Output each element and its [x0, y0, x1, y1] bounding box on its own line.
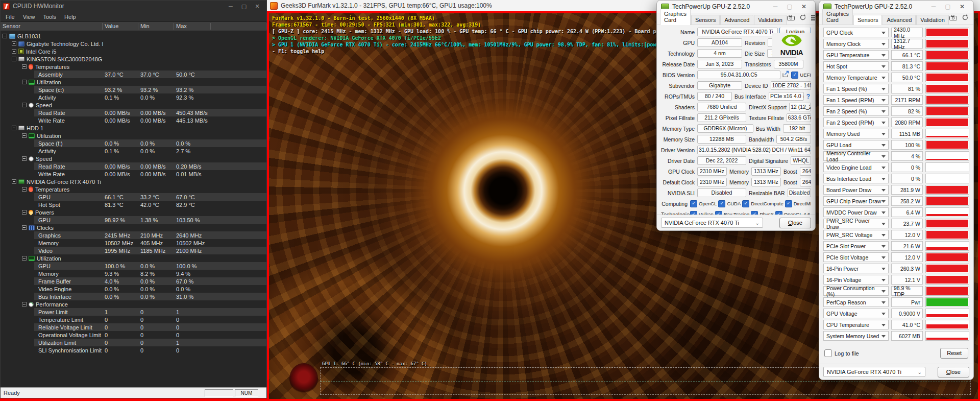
tree-expand-toggle[interactable]: [22, 133, 27, 138]
tree-expand-toggle[interactable]: [22, 103, 27, 107]
sensor-max: 103.50 %: [174, 217, 211, 223]
sensor-dropdown[interactable]: PCIe Slot Voltage: [823, 252, 889, 262]
sensor-dropdown[interactable]: 16-Pin Voltage: [823, 275, 889, 285]
util-icon: [29, 256, 35, 261]
refresh-icon[interactable]: [962, 13, 968, 22]
share-icon[interactable]: [782, 70, 790, 79]
sensor-dropdown[interactable]: Bus Interface Load: [823, 174, 889, 183]
sensor-graph: [925, 252, 969, 262]
checkbox-directcompute[interactable]: ✓DirectCompute: [742, 200, 783, 207]
sensor-dropdown[interactable]: Fan 2 Speed (RPM): [823, 117, 889, 127]
sensor-dropdown[interactable]: Memory Controller Load: [823, 151, 889, 161]
sensor-label: Write Rate: [38, 171, 65, 177]
sensor-dropdown[interactable]: Fan 1 Speed (RPM): [823, 95, 889, 105]
help-icon[interactable]: ?: [805, 93, 811, 100]
sensor-dropdown[interactable]: Memory Clock: [823, 39, 889, 49]
close-button[interactable]: Close: [779, 218, 811, 228]
sensor-dropdown[interactable]: GPU Chip Power Draw: [823, 196, 889, 206]
field-row: Computing✓OpenCL✓CUDA✓DirectCompute✓Dire…: [661, 199, 811, 208]
column-header-sensor[interactable]: Sensor: [1, 23, 103, 30]
sensor-dropdown[interactable]: MVDDC Power Draw: [823, 207, 889, 217]
tab-advanced[interactable]: Advanced: [883, 15, 916, 25]
sensor-dropdown[interactable]: GPU Voltage: [823, 309, 889, 318]
tree-expand-toggle[interactable]: [12, 49, 16, 54]
sensor-dropdown[interactable]: PWR_SRC Power Draw: [823, 219, 889, 228]
column-header-min[interactable]: Min: [138, 23, 174, 30]
menu-item-tools[interactable]: Tools: [39, 14, 60, 20]
tree-expand-toggle[interactable]: [12, 57, 16, 61]
sensor-dropdown[interactable]: Board Power Draw: [823, 185, 889, 195]
sensor-dropdown[interactable]: Hot Spot: [823, 61, 889, 71]
tab-sensors[interactable]: Sensors: [853, 15, 882, 25]
menu-item-help[interactable]: Help: [60, 14, 80, 20]
checkbox-cuda[interactable]: ✓CUDA: [718, 200, 741, 207]
minimize-button[interactable]: ─: [926, 1, 941, 13]
camera-icon[interactable]: [949, 13, 957, 22]
sensor-dropdown[interactable]: Power Consumption (%): [823, 286, 889, 296]
tab-graphics-card[interactable]: Graphics Card: [822, 9, 853, 25]
tab-sensors[interactable]: Sensors: [691, 15, 720, 25]
tab-validation[interactable]: Validation: [754, 15, 787, 25]
sensor-dropdown[interactable]: PCIe Slot Power: [823, 241, 889, 251]
tree-expand-toggle[interactable]: [22, 225, 27, 230]
sensor-dropdown[interactable]: Fan 1 Speed (%): [823, 84, 889, 93]
tree-expand-toggle[interactable]: [12, 126, 16, 130]
camera-icon[interactable]: [787, 13, 795, 22]
close-icon[interactable]: ✕: [251, 1, 264, 12]
sensor-dropdown[interactable]: 16-Pin Power: [823, 264, 889, 273]
menu-icon[interactable]: [973, 15, 974, 20]
tree-expand-toggle[interactable]: [22, 210, 27, 215]
minimize-button[interactable]: ─: [768, 1, 782, 13]
column-header-max[interactable]: Max: [174, 23, 211, 30]
sensor-min: 210 MHz: [138, 232, 174, 239]
hwmonitor-titlebar[interactable]: CPUID HWMonitor ─▢✕: [1, 1, 266, 12]
sensor-dropdown[interactable]: CPU Temperature: [823, 320, 889, 329]
tree-expand-toggle[interactable]: [22, 256, 27, 261]
field-value-box: Disabled: [788, 188, 811, 197]
sensor-dropdown[interactable]: GPU Clock: [823, 28, 889, 37]
tree-expand-toggle[interactable]: [12, 41, 16, 46]
refresh-icon[interactable]: [800, 13, 806, 22]
tree-expand-toggle[interactable]: [22, 64, 27, 69]
log-to-file-checkbox[interactable]: [824, 349, 832, 357]
tree-expand-toggle[interactable]: [12, 179, 16, 184]
menu-item-view[interactable]: View: [19, 14, 39, 20]
sensor-dropdown[interactable]: GPU Temperature: [823, 50, 889, 60]
sensor-dropdown[interactable]: PerfCap Reason: [823, 297, 889, 307]
field-row: SubvendorGigabyteDevice ID10DE 2782 - 14…: [661, 81, 811, 90]
column-header-value[interactable]: Value: [103, 23, 138, 30]
graph-bar-red: [926, 220, 968, 227]
tab-advanced[interactable]: Advanced: [720, 15, 753, 25]
tree-expand-toggle[interactable]: [22, 80, 27, 84]
tree-expand-toggle[interactable]: [22, 187, 27, 192]
checkbox-directml[interactable]: ✓DirectML: [785, 200, 811, 207]
tree-expand-toggle[interactable]: [22, 156, 27, 161]
sensor-dropdown[interactable]: PWR_SRC Voltage: [823, 230, 889, 240]
checkbox-opencl[interactable]: ✓OpenCL: [690, 200, 717, 207]
sensor-dropdown[interactable]: Video Engine Load: [823, 162, 889, 172]
chevron-down-icon: [881, 110, 886, 115]
sensor-dropdown[interactable]: Memory Used: [823, 129, 889, 138]
gpu-device-dropdown[interactable]: NVIDIA GeForce RTX 4070 Ti⌄: [661, 218, 763, 228]
minimize-button[interactable]: ─: [224, 1, 237, 12]
gpu-device-dropdown[interactable]: NVIDIA GeForce RTX 4070 Ti⌄: [823, 367, 925, 377]
tab-graphics-card[interactable]: Graphics Card: [660, 9, 691, 25]
tab-validation[interactable]: Validation: [916, 15, 949, 25]
sensor-dropdown[interactable]: GPU Load: [823, 140, 889, 150]
sensor-row: Fan 1 Speed (%)81 %: [823, 84, 969, 93]
sensor-dropdown[interactable]: System Memory Used: [823, 331, 889, 341]
tree-expand-toggle[interactable]: [22, 302, 27, 306]
maximize-button[interactable]: ▢: [237, 1, 251, 12]
checkbox-uefi[interactable]: ✓UEFI: [791, 72, 811, 79]
menu-item-file[interactable]: File: [2, 14, 19, 20]
menu-icon[interactable]: [811, 15, 816, 20]
close-icon[interactable]: ✕: [955, 1, 969, 13]
sensor-dropdown[interactable]: Memory Temperature: [823, 73, 889, 82]
close-icon[interactable]: ✕: [797, 1, 811, 13]
reset-button[interactable]: Reset: [940, 348, 968, 359]
sensor-graph: [925, 331, 969, 341]
close-button[interactable]: Close: [938, 367, 969, 378]
field-value-box: 633.6 GTexel/s: [787, 113, 811, 122]
sensor-dropdown[interactable]: Fan 2 Speed (%): [823, 106, 889, 116]
tree-expand-toggle[interactable]: [3, 34, 7, 38]
